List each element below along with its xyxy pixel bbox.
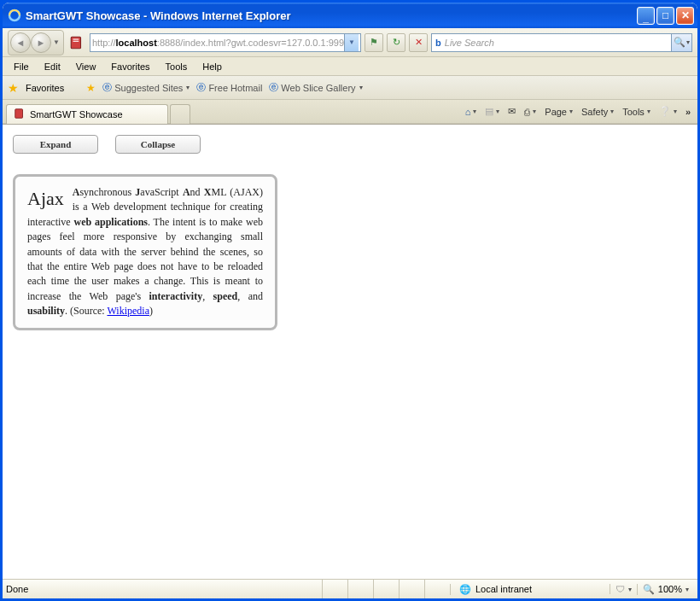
maximize-button[interactable]: □ bbox=[656, 7, 674, 25]
tab-title: SmartGWT Showcase bbox=[30, 109, 123, 120]
window-title: SmartGWT Showcase - Windows Internet Exp… bbox=[26, 9, 637, 22]
mail-button[interactable]: ✉ bbox=[505, 106, 519, 117]
compat-button[interactable]: ⚑ bbox=[365, 33, 383, 52]
page-icon bbox=[69, 35, 85, 50]
search-box[interactable]: b Live Search bbox=[431, 33, 672, 52]
safety-menu[interactable]: Safety▾ bbox=[578, 107, 617, 117]
stop-icon: ✕ bbox=[415, 37, 423, 48]
feeds-button[interactable]: ▤▾ bbox=[481, 106, 503, 117]
address-bar[interactable]: http://localhost:8888/index.html?gwt.cod… bbox=[90, 33, 361, 52]
browser-window: SmartGWT Showcase - Windows Internet Exp… bbox=[3, 3, 697, 598]
menu-tools[interactable]: Tools bbox=[158, 59, 195, 74]
menu-favorites[interactable]: Favorites bbox=[103, 59, 157, 74]
titlebar: SmartGWT Showcase - Windows Internet Exp… bbox=[3, 3, 697, 28]
tools-menu[interactable]: Tools▾ bbox=[619, 107, 654, 117]
print-button[interactable]: ⎙▾ bbox=[521, 107, 540, 117]
shield-icon: 🛡 bbox=[615, 584, 625, 594]
svg-rect-3 bbox=[73, 40, 79, 41]
free-hotmail-link[interactable]: ⓔ Free Hotmail bbox=[196, 81, 262, 94]
globe-icon: 🌐 bbox=[459, 584, 471, 595]
new-tab-button[interactable] bbox=[170, 104, 190, 124]
favorites-label: Favorites bbox=[26, 83, 64, 93]
protected-mode[interactable]: 🛡▾ bbox=[610, 584, 637, 594]
ajax-heading: Ajax bbox=[27, 185, 64, 213]
home-icon: ⌂ bbox=[465, 107, 471, 117]
refresh-button[interactable]: ↻ bbox=[387, 33, 405, 52]
help-icon: ❔ bbox=[659, 106, 671, 117]
address-dropdown[interactable]: ▼ bbox=[344, 34, 359, 51]
zoom-control[interactable]: 🔍 100% ▾ bbox=[637, 584, 694, 595]
search-icon: 🔍 bbox=[674, 37, 685, 48]
forward-button[interactable]: ► bbox=[31, 32, 51, 53]
back-button[interactable]: ◄ bbox=[10, 32, 31, 53]
menu-help[interactable]: Help bbox=[195, 59, 230, 74]
minimize-button[interactable]: _ bbox=[637, 7, 655, 25]
suggested-sites-link[interactable]: ⓔ Suggested Sites▾ bbox=[102, 81, 190, 94]
menu-file[interactable]: File bbox=[6, 59, 37, 74]
status-text: Done bbox=[6, 584, 322, 594]
more-button[interactable]: » bbox=[682, 107, 694, 117]
svg-rect-1 bbox=[71, 37, 80, 49]
page-menu[interactable]: Page▾ bbox=[541, 107, 576, 117]
bing-icon: b bbox=[435, 38, 441, 48]
close-button[interactable]: ✕ bbox=[676, 7, 694, 25]
ie-icon: ⓔ bbox=[196, 81, 206, 94]
security-zone[interactable]: 🌐 Local intranet bbox=[450, 584, 610, 595]
favorites-star-icon[interactable]: ★ bbox=[8, 81, 19, 95]
help-button[interactable]: ❔▾ bbox=[656, 106, 680, 117]
menu-bar: File Edit View Favorites Tools Help bbox=[3, 57, 697, 76]
ie-logo-icon bbox=[8, 9, 21, 22]
ie-icon: ⓔ bbox=[102, 81, 112, 94]
back-forward-group: ◄ ► ▼ bbox=[8, 30, 64, 55]
refresh-icon: ↻ bbox=[393, 37, 400, 48]
mail-icon: ✉ bbox=[508, 106, 516, 117]
web-slice-link[interactable]: ⓔ Web Slice Gallery▾ bbox=[269, 81, 362, 94]
ie-icon: ⓔ bbox=[269, 81, 278, 94]
button-row: Expand Collapse bbox=[13, 135, 687, 154]
search-button[interactable]: 🔍▾ bbox=[672, 33, 692, 52]
status-bar: Done 🌐 Local intranet 🛡▾ 🔍 100% ▾ bbox=[3, 579, 697, 598]
menu-edit[interactable]: Edit bbox=[37, 59, 68, 74]
stop-button[interactable]: ✕ bbox=[409, 33, 428, 52]
tab-active[interactable]: SmartGWT Showcase bbox=[6, 104, 168, 124]
wikipedia-link[interactable]: Wikipedia bbox=[107, 305, 149, 317]
collapse-button[interactable]: Collapse bbox=[115, 135, 201, 154]
content-area: Expand Collapse Ajax Asynchronous JavaSc… bbox=[3, 124, 697, 579]
expand-button[interactable]: Expand bbox=[13, 135, 98, 154]
window-controls: _ □ ✕ bbox=[637, 7, 694, 25]
ajax-panel: Ajax Asynchronous JavaScript And XML (AJ… bbox=[13, 174, 277, 330]
menu-view[interactable]: View bbox=[68, 59, 104, 74]
print-icon: ⎙ bbox=[524, 107, 530, 117]
add-favorite-icon[interactable]: ★ bbox=[86, 82, 96, 94]
zoom-icon: 🔍 bbox=[643, 584, 655, 595]
navigation-bar: ◄ ► ▼ http://localhost:8888/index.html?g… bbox=[3, 28, 697, 57]
tab-icon bbox=[14, 108, 26, 121]
svg-rect-4 bbox=[15, 109, 23, 119]
svg-rect-2 bbox=[73, 38, 79, 39]
search-placeholder: Live Search bbox=[445, 38, 494, 48]
url-text: http://localhost:8888/index.html?gwt.cod… bbox=[92, 38, 344, 48]
favorites-bar: ★ Favorites ★ ⓔ Suggested Sites▾ ⓔ Free … bbox=[3, 76, 697, 100]
rss-icon: ▤ bbox=[485, 106, 493, 117]
tab-bar: SmartGWT Showcase ⌂▾ ▤▾ ✉ ⎙▾ Page▾ Safet… bbox=[3, 100, 697, 124]
broken-page-icon: ⚑ bbox=[370, 37, 378, 48]
home-button[interactable]: ⌂▾ bbox=[462, 107, 481, 117]
history-dropdown[interactable]: ▼ bbox=[51, 38, 61, 46]
